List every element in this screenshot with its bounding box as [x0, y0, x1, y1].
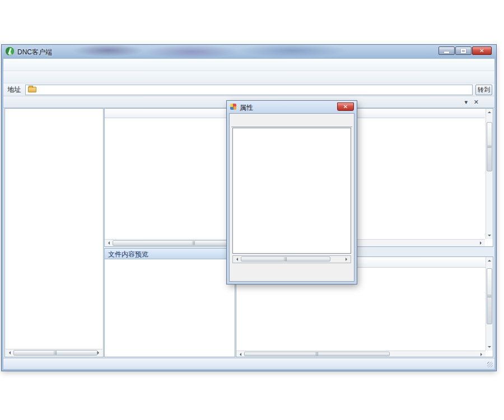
- dialog-title: 属性: [240, 103, 253, 113]
- status-bar: [3, 358, 494, 369]
- dialog-buttons: [230, 268, 354, 282]
- preview-title: 文件内容预览: [105, 249, 235, 259]
- file-preview-panel: 文件内容预览: [104, 248, 235, 357]
- folder-icon: [28, 87, 36, 92]
- attachments-vertical-scrollbar[interactable]: [486, 257, 493, 351]
- address-label: 地址: [7, 85, 21, 95]
- menu-bar: [3, 59, 494, 71]
- address-bar: 地址 转到: [3, 83, 494, 96]
- breadcrumb: [25, 85, 473, 95]
- properties-dialog: 属性 ✕: [227, 101, 357, 284]
- dialog-tabs: [231, 116, 352, 127]
- close-view-icon[interactable]: ✕: [474, 99, 479, 106]
- close-button[interactable]: ✕: [472, 46, 492, 55]
- dialog-close-button[interactable]: ✕: [337, 102, 354, 111]
- attachments-horizontal-scrollbar[interactable]: [236, 351, 486, 357]
- maximize-button[interactable]: [455, 46, 472, 55]
- window-title: DNC客户端: [17, 48, 52, 57]
- resize-grip[interactable]: [487, 362, 493, 367]
- folder-tree-panel: [4, 108, 104, 357]
- dialog-titlebar[interactable]: 属性 ✕: [227, 101, 357, 113]
- file-list-vertical-scrollbar[interactable]: [486, 109, 493, 239]
- dialog-horizontal-scrollbar[interactable]: [232, 255, 351, 263]
- properties-icon: [230, 104, 236, 110]
- dnc-client-window: DNC客户端 ✕ 地址 转到 ▾ ✕: [2, 45, 496, 371]
- toolbar: [3, 71, 494, 83]
- version-table: [232, 128, 351, 254]
- titlebar[interactable]: DNC客户端 ✕: [2, 45, 496, 59]
- minimize-button[interactable]: [438, 46, 455, 55]
- chevron-down-icon[interactable]: ▾: [464, 99, 468, 106]
- app-logo-icon: [6, 47, 14, 55]
- go-button[interactable]: 转到: [475, 85, 492, 95]
- preview-content: [105, 259, 235, 263]
- dialog-body: [229, 113, 354, 282]
- tree-horizontal-scrollbar[interactable]: [6, 349, 102, 356]
